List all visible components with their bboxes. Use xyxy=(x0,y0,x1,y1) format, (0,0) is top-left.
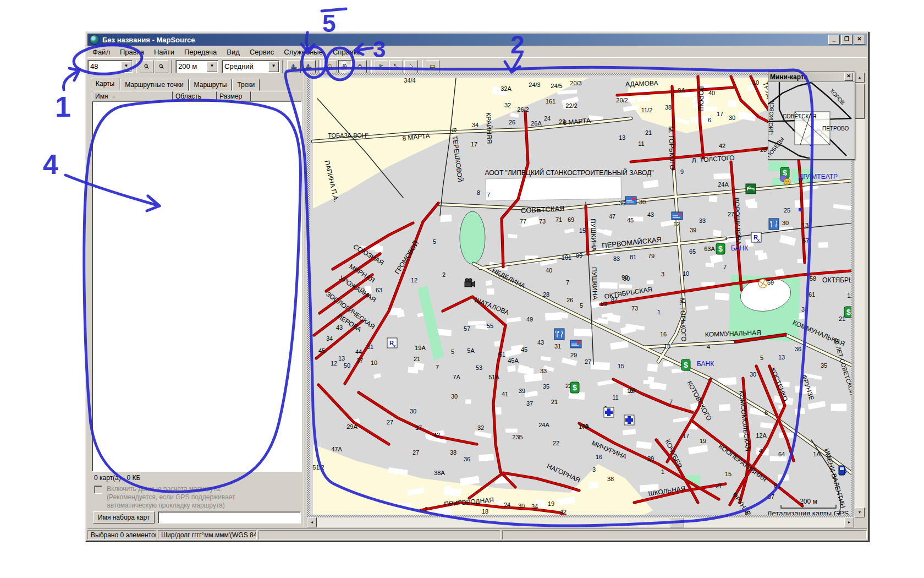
svg-text:18: 18 xyxy=(664,343,670,350)
svg-text:1: 1 xyxy=(55,91,71,123)
tab-waypoints[interactable]: Маршрутные точки xyxy=(120,79,188,91)
svg-text:24А: 24А xyxy=(538,422,549,428)
measure-tool-button[interactable] xyxy=(426,60,439,73)
waypoint-tool-button[interactable] xyxy=(375,60,388,73)
svg-text:32: 32 xyxy=(504,102,511,108)
column-header-2[interactable]: Размер xyxy=(217,91,251,101)
svg-text:1: 1 xyxy=(661,468,664,475)
svg-text:45: 45 xyxy=(318,347,325,354)
svg-text:57: 57 xyxy=(464,325,470,332)
column-header-0[interactable]: Имя▲ xyxy=(92,91,173,101)
svg-text:90: 90 xyxy=(623,275,630,282)
hscroll-thumb[interactable] xyxy=(670,517,684,527)
svg-text:30: 30 xyxy=(410,408,416,415)
svg-text:34: 34 xyxy=(326,335,333,342)
svg-text:55: 55 xyxy=(487,323,493,329)
menu-item-transfer[interactable]: Передача xyxy=(179,47,222,57)
minimap-window[interactable]: Мини-карта ✕ СОВЕТСКАЯПЕТРОВОЦИОЛКОВСКПО… xyxy=(768,72,855,160)
svg-text:ПУШКИНА: ПУШКИНА xyxy=(590,267,599,300)
minimap-close-icon[interactable]: ✕ xyxy=(844,73,853,81)
horizontal-scrollbar[interactable]: ◄ ► xyxy=(307,517,854,527)
svg-text:49: 49 xyxy=(526,316,533,323)
route-data-checkbox-label: Включить данные расчета маршрута. (Реком… xyxy=(107,485,235,510)
svg-text:$: $ xyxy=(573,383,577,392)
maximize-button[interactable]: ❐ xyxy=(841,35,853,45)
svg-text:36: 36 xyxy=(795,346,801,352)
menu-item-service[interactable]: Сервис xyxy=(245,47,279,57)
svg-text:36: 36 xyxy=(619,200,625,206)
product-combo[interactable]: 48▼ xyxy=(87,60,133,73)
svg-text:15: 15 xyxy=(725,471,732,477)
vscroll-thumb[interactable] xyxy=(855,84,865,119)
detail-combo[interactable]: Средний▼ xyxy=(222,60,280,73)
receive-from-device-button[interactable] xyxy=(302,60,316,73)
svg-text:38А: 38А xyxy=(434,470,445,476)
tab-tracks[interactable]: Треки xyxy=(232,79,260,91)
status-empty-1 xyxy=(258,530,501,539)
column-header-1[interactable]: Область xyxy=(173,91,217,101)
svg-text:22/2: 22/2 xyxy=(565,102,577,109)
rest-icon xyxy=(769,219,779,230)
svg-text:42: 42 xyxy=(719,143,725,149)
svg-text:27: 27 xyxy=(728,211,734,217)
svg-text:13: 13 xyxy=(627,388,634,394)
menu-item-edit[interactable]: Правка xyxy=(115,47,149,57)
svg-text:91: 91 xyxy=(745,510,751,515)
svg-text:2: 2 xyxy=(425,506,428,512)
menu-item-help[interactable]: Справка xyxy=(328,47,366,57)
menu-item-file[interactable]: Файл xyxy=(87,47,115,57)
zoom-tool-button[interactable] xyxy=(338,60,352,73)
svg-text:27: 27 xyxy=(387,419,393,426)
svg-text:29: 29 xyxy=(647,455,654,462)
svg-text:1: 1 xyxy=(657,309,661,315)
bank-icon: $ xyxy=(570,382,579,393)
send-to-device-button[interactable] xyxy=(287,60,301,73)
svg-text:29: 29 xyxy=(570,352,577,358)
svg-text:$: $ xyxy=(718,244,723,253)
mapset-name-button[interactable]: Имя набора карт xyxy=(93,511,155,524)
svg-text:73: 73 xyxy=(539,218,546,225)
svg-text:69: 69 xyxy=(568,216,574,223)
zoom-in-button[interactable] xyxy=(140,60,153,73)
scale-combo[interactable]: 200 м▼ xyxy=(175,60,218,73)
svg-text:58: 58 xyxy=(810,275,816,282)
svg-text:13: 13 xyxy=(778,354,785,361)
map-tool-button[interactable] xyxy=(323,60,337,73)
svg-text:2: 2 xyxy=(442,271,446,278)
product-combo-dropdown-icon[interactable]: ▼ xyxy=(121,61,131,72)
svg-text:27: 27 xyxy=(585,358,591,365)
map-count-summary: 0 карт(а) - 0 КБ xyxy=(94,474,140,482)
svg-text:16: 16 xyxy=(596,454,602,460)
vertical-scrollbar[interactable]: ▲ ▼ xyxy=(855,73,865,517)
svg-text:101: 101 xyxy=(562,254,571,261)
svg-text:5: 5 xyxy=(451,348,454,355)
scroll-down-icon[interactable]: ▼ xyxy=(855,508,865,517)
svg-text:38: 38 xyxy=(607,476,614,482)
title-bar[interactable]: Без названия - MapSource _ ❐ ✕ xyxy=(87,34,867,46)
svg-text:ОКТЯБРЬ: ОКТЯБРЬ xyxy=(822,276,851,284)
scroll-up-icon[interactable]: ▲ xyxy=(855,73,865,83)
svg-text:26: 26 xyxy=(566,297,573,303)
scroll-left-icon[interactable]: ◄ xyxy=(307,517,317,527)
tab-routes[interactable]: Маршруты xyxy=(189,79,232,91)
minimap-canvas[interactable]: СОВЕТСКАЯПЕТРОВОЦИОЛКОВСКПОБЕДЫХОРОВ xyxy=(768,82,854,159)
pan-tool-button[interactable] xyxy=(353,60,367,73)
svg-text:25: 25 xyxy=(784,207,790,214)
menu-item-utilities[interactable]: Служебные xyxy=(279,47,328,57)
svg-text:45: 45 xyxy=(521,346,527,353)
map-list[interactable]: Имя▲ОбластьРазмер xyxy=(92,91,302,472)
minimize-button[interactable]: _ xyxy=(828,35,840,45)
route-tool-button[interactable] xyxy=(389,60,403,73)
tab-maps[interactable]: Карты xyxy=(91,78,119,90)
selection-tool-button[interactable] xyxy=(404,60,418,73)
scroll-right-icon[interactable]: ► xyxy=(844,517,854,527)
detail-combo-dropdown-icon[interactable]: ▼ xyxy=(268,61,279,72)
svg-text:7: 7 xyxy=(436,364,439,370)
menu-item-view[interactable]: Вид xyxy=(222,47,245,57)
svg-text:11: 11 xyxy=(638,140,644,147)
mapset-name-field[interactable] xyxy=(158,511,301,524)
scale-combo-dropdown-icon[interactable]: ▼ xyxy=(207,61,217,72)
menu-item-find[interactable]: Найти xyxy=(149,47,179,57)
close-button[interactable]: ✕ xyxy=(854,35,865,45)
zoom-out-button[interactable] xyxy=(155,60,168,73)
